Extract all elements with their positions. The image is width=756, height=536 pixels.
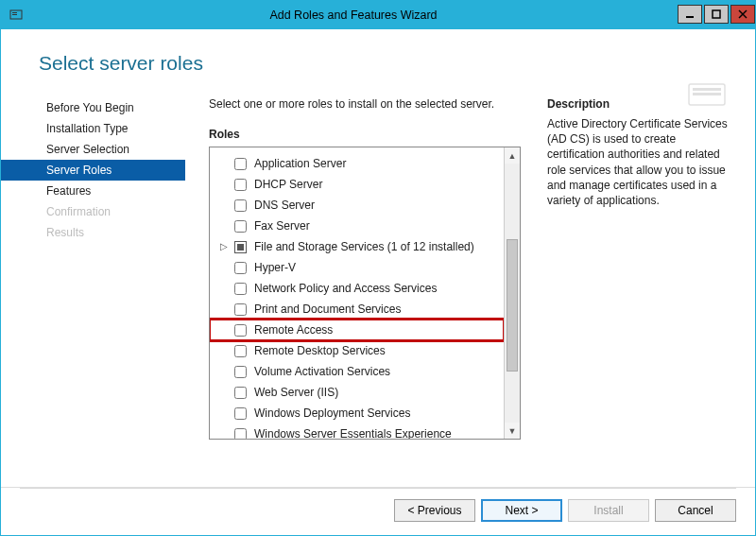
sidebar-item-confirmation: Confirmation xyxy=(1,201,185,222)
role-checkbox[interactable] xyxy=(234,283,247,295)
role-label: Network Policy and Access Services xyxy=(254,280,437,297)
checkbox-partial[interactable] xyxy=(234,241,247,253)
wizard-footer: < Previous Next > Install Cancel xyxy=(1,487,755,535)
role-label: Windows Server Essentials Experience xyxy=(254,425,452,439)
maximize-button[interactable] xyxy=(704,5,729,24)
wizard-steps-sidebar: Before You BeginInstallation TypeServer … xyxy=(1,92,185,487)
destination-server-icon xyxy=(644,78,729,116)
main-panel: Select one or more roles to install on t… xyxy=(185,92,755,487)
roles-listbox: Application ServerDHCP ServerDNS ServerF… xyxy=(209,147,521,440)
instruction-text: Select one or more roles to install on t… xyxy=(209,97,521,111)
roles-column: Select one or more roles to install on t… xyxy=(209,97,521,487)
role-row[interactable]: Remote Access xyxy=(210,320,504,340)
role-checkbox[interactable] xyxy=(234,199,247,212)
role-row[interactable]: DNS Server xyxy=(210,195,504,216)
svg-rect-2 xyxy=(12,14,17,15)
role-label: Print and Document Services xyxy=(254,301,401,318)
sidebar-item-features[interactable]: Features xyxy=(1,181,185,201)
titlebar: Add Roles and Features Wizard xyxy=(1,1,755,29)
roles-list[interactable]: Application ServerDHCP ServerDNS ServerF… xyxy=(210,147,504,439)
minimize-button[interactable] xyxy=(678,5,702,24)
install-button: Install xyxy=(568,499,649,522)
role-label: Remote Access xyxy=(254,321,333,338)
role-row[interactable]: ▷File and Storage Services (1 of 12 inst… xyxy=(210,236,504,257)
role-checkbox[interactable] xyxy=(234,407,247,420)
role-checkbox[interactable] xyxy=(234,345,247,357)
scroll-track[interactable] xyxy=(505,164,520,423)
role-label: File and Storage Services (1 of 12 insta… xyxy=(254,238,474,255)
wizard-window: Add Roles and Features Wizard Select ser… xyxy=(0,0,756,536)
role-row[interactable]: Network Policy and Access Services xyxy=(210,278,504,299)
role-label: Remote Desktop Services xyxy=(254,342,386,359)
next-button[interactable]: Next > xyxy=(481,499,562,522)
role-row[interactable]: Print and Document Services xyxy=(210,299,504,320)
role-label: Web Server (IIS) xyxy=(254,384,338,401)
role-row[interactable]: Web Server (IIS) xyxy=(210,382,504,403)
role-label: DNS Server xyxy=(254,197,315,214)
role-checkbox[interactable] xyxy=(234,262,247,274)
sidebar-item-before-you-begin[interactable]: Before You Begin xyxy=(1,97,185,118)
description-column: Description Active Directory Certificate… xyxy=(547,97,736,487)
role-row[interactable]: Remote Desktop Services xyxy=(210,340,504,361)
role-row[interactable]: Volume Activation Services xyxy=(210,361,504,382)
sidebar-item-installation-type[interactable]: Installation Type xyxy=(1,118,185,139)
cancel-button[interactable]: Cancel xyxy=(655,499,736,522)
role-label: Fax Server xyxy=(254,217,310,234)
role-label: Volume Activation Services xyxy=(254,363,390,380)
role-label: Hyper-V xyxy=(254,259,296,276)
window-title: Add Roles and Features Wizard xyxy=(31,9,676,22)
window-controls xyxy=(676,5,755,26)
role-checkbox[interactable] xyxy=(234,428,247,440)
close-button[interactable] xyxy=(730,5,755,24)
scroll-up-arrow[interactable]: ▲ xyxy=(505,147,520,164)
role-row[interactable]: Hyper-V xyxy=(210,257,504,278)
role-label: Application Server xyxy=(254,155,346,172)
roles-scrollbar[interactable]: ▲ ▼ xyxy=(504,147,520,439)
sidebar-item-results: Results xyxy=(1,222,185,243)
role-row[interactable]: Fax Server xyxy=(210,216,504,236)
app-icon xyxy=(9,8,24,23)
role-checkbox[interactable] xyxy=(234,303,247,316)
expand-icon[interactable]: ▷ xyxy=(219,238,229,255)
role-checkbox[interactable] xyxy=(234,324,247,337)
role-checkbox[interactable] xyxy=(234,158,247,170)
svg-rect-8 xyxy=(693,88,721,91)
role-row[interactable]: DHCP Server xyxy=(210,174,504,195)
description-text: Active Directory Certificate Services (A… xyxy=(547,116,736,208)
role-row[interactable]: Windows Deployment Services xyxy=(210,403,504,424)
sidebar-item-server-selection[interactable]: Server Selection xyxy=(1,139,185,160)
role-row[interactable]: Application Server xyxy=(210,153,504,174)
svg-rect-4 xyxy=(713,10,720,18)
sidebar-item-server-roles[interactable]: Server Roles xyxy=(1,160,185,181)
svg-rect-9 xyxy=(693,93,721,95)
body: Before You BeginInstallation TypeServer … xyxy=(1,92,755,487)
role-checkbox[interactable] xyxy=(234,366,247,378)
role-checkbox[interactable] xyxy=(234,220,247,233)
page-header: Select server roles xyxy=(1,29,755,92)
roles-label: Roles xyxy=(209,128,521,141)
svg-rect-1 xyxy=(12,12,17,13)
scroll-thumb[interactable] xyxy=(507,239,518,372)
role-label: Windows Deployment Services xyxy=(254,405,410,422)
role-checkbox[interactable] xyxy=(234,179,247,191)
role-row[interactable]: Windows Server Essentials Experience xyxy=(210,424,504,439)
svg-rect-3 xyxy=(686,16,694,18)
scroll-down-arrow[interactable]: ▼ xyxy=(505,423,520,439)
role-label: DHCP Server xyxy=(254,176,322,193)
previous-button[interactable]: < Previous xyxy=(394,499,475,522)
content: Select server roles Before You BeginInst… xyxy=(1,29,755,535)
role-checkbox[interactable] xyxy=(234,387,247,399)
page-title: Select server roles xyxy=(39,52,203,75)
